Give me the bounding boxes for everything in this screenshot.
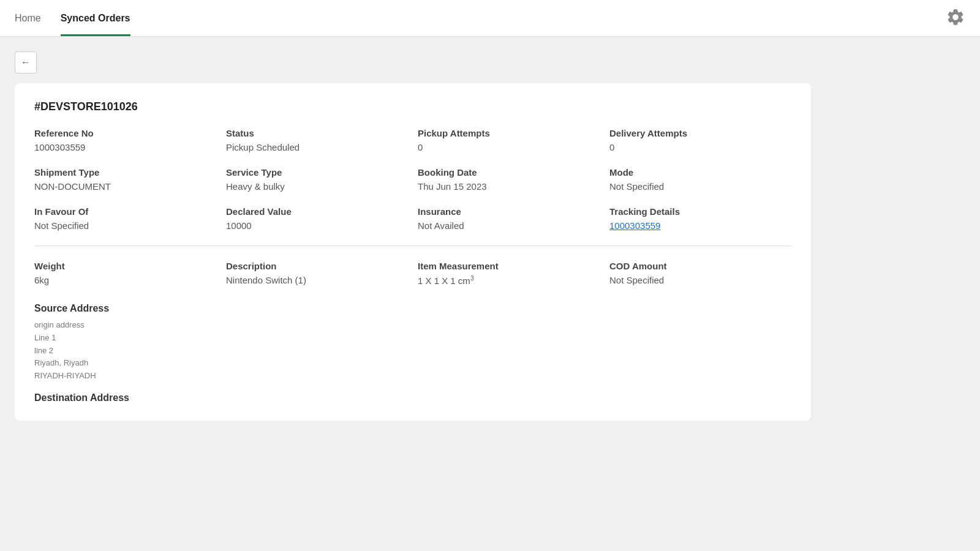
declared-value-value: 10000 (226, 220, 408, 231)
source-address-line4: Riyadh, Riyadh (34, 357, 791, 370)
pickup-attempts-value: 0 (418, 142, 600, 152)
service-type-label: Service Type (226, 167, 408, 178)
back-arrow-icon: ← (21, 57, 31, 68)
item-measurement-value: 1 X 1 X 1 cm3 (418, 275, 600, 286)
delivery-attempts-cell: Delivery Attempts 0 (609, 128, 791, 152)
source-address-section: Source Address origin address Line 1 lin… (34, 303, 791, 383)
info-grid-row4: Weight 6kg Description Nintendo Switch (… (34, 261, 791, 286)
delivery-attempts-value: 0 (609, 142, 791, 152)
source-address-line1: origin address (34, 319, 791, 332)
status-label: Status (226, 128, 408, 138)
nav-tabs: Home Synced Orders (15, 0, 130, 36)
description-cell: Description Nintendo Switch (1) (226, 261, 408, 286)
item-measurement-label: Item Measurement (418, 261, 600, 271)
weight-label: Weight (34, 261, 216, 271)
booking-date-cell: Booking Date Thu Jun 15 2023 (418, 167, 600, 192)
page-content: ← #DEVSTORE101026 Reference No 100030355… (0, 37, 980, 435)
source-address-line3: line 2 (34, 345, 791, 358)
tracking-details-label: Tracking Details (609, 206, 791, 217)
insurance-value: Not Availed (418, 220, 600, 231)
service-type-value: Heavy & bulky (226, 181, 408, 192)
in-favour-of-label: In Favour Of (34, 206, 216, 217)
reference-no-cell: Reference No 1000303559 (34, 128, 216, 152)
tracking-details-cell: Tracking Details 1000303559 (609, 206, 791, 231)
weight-value: 6kg (34, 275, 216, 285)
info-grid-row1: Reference No 1000303559 Status Pickup Sc… (34, 128, 791, 152)
cod-amount-cell: COD Amount Not Specified (609, 261, 791, 286)
back-button[interactable]: ← (15, 51, 37, 73)
source-address-line2: Line 1 (34, 332, 791, 345)
in-favour-of-cell: In Favour Of Not Specified (34, 206, 216, 231)
reference-no-value: 1000303559 (34, 142, 216, 152)
delivery-attempts-label: Delivery Attempts (609, 128, 791, 138)
nav-tab-home[interactable]: Home (15, 0, 41, 36)
shipment-type-value: NON-DOCUMENT (34, 181, 216, 192)
declared-value-label: Declared Value (226, 206, 408, 217)
order-id: #DEVSTORE101026 (34, 100, 791, 113)
pickup-attempts-cell: Pickup Attempts 0 (418, 128, 600, 152)
gear-icon[interactable] (946, 7, 965, 29)
weight-cell: Weight 6kg (34, 261, 216, 286)
description-value: Nintendo Switch (1) (226, 275, 408, 285)
shipment-type-label: Shipment Type (34, 167, 216, 178)
source-address-line5: RIYADH-RIYADH (34, 370, 791, 383)
service-type-cell: Service Type Heavy & bulky (226, 167, 408, 192)
shipment-type-cell: Shipment Type NON-DOCUMENT (34, 167, 216, 192)
source-address-title: Source Address (34, 303, 791, 314)
status-cell: Status Pickup Scheduled (226, 128, 408, 152)
nav-bar: Home Synced Orders (0, 0, 980, 37)
section-divider (34, 246, 791, 246)
status-value: Pickup Scheduled (226, 142, 408, 152)
cod-amount-label: COD Amount (609, 261, 791, 271)
reference-no-label: Reference No (34, 128, 216, 138)
nav-tab-synced-orders[interactable]: Synced Orders (61, 0, 130, 36)
tracking-details-value[interactable]: 1000303559 (609, 220, 791, 231)
destination-address-title: Destination Address (34, 392, 791, 403)
mode-value: Not Specified (609, 181, 791, 192)
pickup-attempts-label: Pickup Attempts (418, 128, 600, 138)
item-measurement-cell: Item Measurement 1 X 1 X 1 cm3 (418, 261, 600, 286)
booking-date-label: Booking Date (418, 167, 600, 178)
destination-address-section: Destination Address (34, 392, 791, 403)
insurance-label: Insurance (418, 206, 600, 217)
in-favour-of-value: Not Specified (34, 220, 216, 231)
booking-date-value: Thu Jun 15 2023 (418, 181, 600, 192)
description-label: Description (226, 261, 408, 271)
mode-cell: Mode Not Specified (609, 167, 791, 192)
order-detail-card: #DEVSTORE101026 Reference No 1000303559 … (15, 83, 811, 421)
info-grid-row2: Shipment Type NON-DOCUMENT Service Type … (34, 167, 791, 192)
declared-value-cell: Declared Value 10000 (226, 206, 408, 231)
cod-amount-value: Not Specified (609, 275, 791, 285)
insurance-cell: Insurance Not Availed (418, 206, 600, 231)
info-grid-row3: In Favour Of Not Specified Declared Valu… (34, 206, 791, 231)
mode-label: Mode (609, 167, 791, 178)
